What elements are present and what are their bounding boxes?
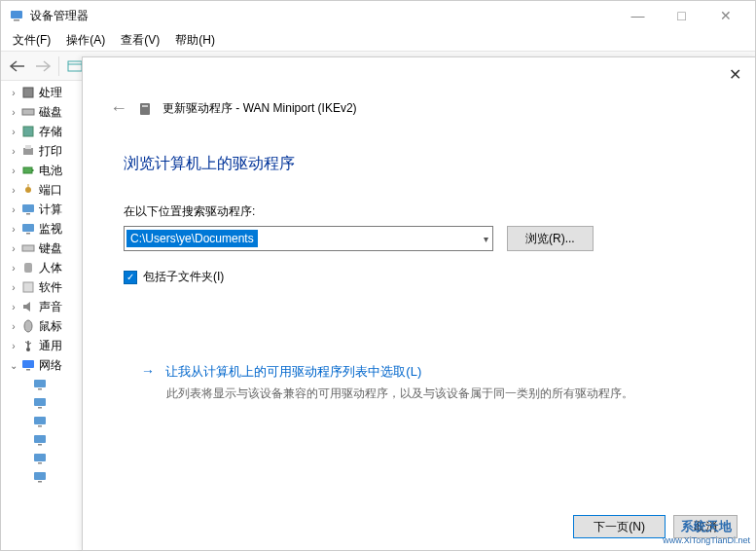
- chevron-right-icon[interactable]: ›: [7, 185, 20, 196]
- svg-rect-35: [34, 380, 46, 387]
- pick-from-list-option[interactable]: → 让我从计算机上的可用驱动程序列表中选取(L) 此列表将显示与该设备兼容的可用…: [83, 285, 755, 402]
- svg-rect-17: [23, 167, 32, 173]
- cpu-icon: [20, 85, 36, 100]
- tree-label: 磁盘: [39, 104, 62, 121]
- network-adapter-icon: [32, 377, 48, 392]
- disk-icon: [20, 104, 36, 120]
- tree-label: 端口: [39, 182, 62, 199]
- network-adapter-icon: [32, 451, 48, 466]
- svg-rect-45: [34, 472, 46, 480]
- chevron-down-icon[interactable]: ⌄: [7, 360, 20, 371]
- svg-rect-1: [14, 19, 19, 21]
- network-adapter-icon: [32, 432, 48, 448]
- port-icon: [20, 182, 36, 198]
- menu-help[interactable]: 帮助(H): [167, 30, 223, 51]
- menubar: 文件(F) 操作(A) 查看(V) 帮助(H): [1, 30, 755, 52]
- svg-rect-41: [34, 435, 46, 443]
- breadcrumb-text: 更新驱动程序 - WAN Miniport (IKEv2): [162, 100, 357, 117]
- chevron-right-icon[interactable]: ›: [7, 165, 20, 176]
- mouse-icon: [20, 318, 36, 334]
- svg-rect-40: [38, 425, 42, 427]
- printer-icon: [20, 143, 36, 159]
- menu-view[interactable]: 查看(V): [113, 30, 167, 51]
- nav-back-button[interactable]: [6, 55, 29, 78]
- chevron-right-icon[interactable]: ›: [7, 204, 20, 215]
- driver-path-combobox[interactable]: C:\Users\ye\Documents ▾: [124, 226, 493, 251]
- tree-label: 键盘: [39, 240, 62, 257]
- svg-point-19: [25, 187, 31, 193]
- network-adapter-icon: [32, 469, 48, 485]
- chevron-right-icon[interactable]: ›: [7, 107, 20, 118]
- watermark-title: 系统天地: [663, 518, 750, 535]
- network-icon: [20, 357, 36, 373]
- tree-label: 人体: [39, 260, 62, 276]
- window-title: 设备管理器: [30, 8, 616, 24]
- tree-label: 存储: [39, 124, 62, 140]
- dialog-breadcrumb: ← 更新驱动程序 - WAN Miniport (IKEv2): [83, 57, 755, 119]
- watermark-url: www.XiTongTianDi.net: [663, 535, 750, 545]
- maximize-button[interactable]: □: [660, 1, 703, 30]
- svg-rect-24: [26, 233, 30, 235]
- svg-rect-14: [23, 127, 33, 136]
- chevron-right-icon[interactable]: ›: [7, 88, 20, 98]
- svg-rect-42: [38, 444, 42, 446]
- svg-rect-34: [26, 369, 30, 371]
- network-adapter-icon: [32, 395, 48, 411]
- app-icon: [9, 8, 24, 23]
- nav-forward-button[interactable]: [31, 55, 54, 78]
- chevron-right-icon[interactable]: ›: [7, 146, 20, 157]
- watermark: 系统天地 www.XiTongTianDi.net: [663, 518, 750, 545]
- include-subfolders-checkbox[interactable]: ✓: [124, 271, 137, 284]
- chevron-right-icon[interactable]: ›: [7, 341, 20, 351]
- dialog-heading: 浏览计算机上的驱动程序: [83, 119, 755, 174]
- svg-rect-12: [23, 88, 33, 97]
- svg-rect-38: [38, 407, 42, 409]
- svg-rect-36: [38, 388, 42, 390]
- svg-rect-16: [25, 145, 31, 149]
- svg-rect-21: [22, 204, 34, 212]
- minimize-button[interactable]: —: [616, 1, 660, 30]
- svg-rect-44: [38, 462, 42, 464]
- chevron-right-icon[interactable]: ›: [7, 127, 20, 137]
- svg-rect-27: [23, 282, 33, 292]
- choice-description: 此列表将显示与该设备兼容的可用驱动程序，以及与该设备属于同一类别的所有驱动程序。: [141, 381, 697, 402]
- tree-label: 电池: [39, 163, 62, 179]
- dialog-close-button[interactable]: ✕: [729, 65, 741, 84]
- close-button[interactable]: ✕: [703, 1, 747, 30]
- tree-label: 计算: [39, 202, 62, 218]
- titlebar: 设备管理器 — □ ✕: [1, 1, 755, 30]
- tree-label: 声音: [39, 299, 62, 315]
- computer-icon: [20, 202, 36, 217]
- tree-label: 处理: [39, 85, 62, 101]
- browse-button[interactable]: 浏览(R)...: [507, 226, 594, 251]
- svg-rect-13: [22, 109, 34, 115]
- menu-action[interactable]: 操作(A): [58, 30, 113, 51]
- keyboard-icon: [20, 240, 36, 256]
- svg-rect-46: [38, 481, 42, 483]
- svg-rect-47: [140, 103, 150, 115]
- tree-label: 软件: [39, 279, 62, 296]
- chevron-right-icon[interactable]: ›: [7, 282, 20, 293]
- chevron-right-icon[interactable]: ›: [7, 243, 20, 254]
- svg-rect-48: [142, 105, 148, 107]
- svg-rect-2: [68, 61, 82, 71]
- svg-point-29: [26, 348, 30, 351]
- svg-rect-43: [34, 454, 46, 461]
- usb-icon: [20, 338, 36, 353]
- svg-rect-18: [32, 169, 34, 171]
- svg-rect-39: [34, 417, 46, 424]
- back-arrow-icon[interactable]: ←: [110, 98, 127, 119]
- chevron-right-icon[interactable]: ›: [7, 224, 20, 235]
- chevron-right-icon[interactable]: ›: [7, 302, 20, 312]
- next-button[interactable]: 下一页(N): [573, 515, 666, 538]
- chevron-right-icon[interactable]: ›: [7, 263, 20, 274]
- menu-file[interactable]: 文件(F): [5, 30, 58, 51]
- chevron-right-icon[interactable]: ›: [7, 321, 20, 332]
- monitor-icon: [20, 221, 36, 237]
- arrow-right-icon: →: [141, 363, 155, 379]
- svg-rect-15: [23, 148, 33, 155]
- dropdown-icon[interactable]: ▾: [484, 234, 488, 244]
- device-icon: [137, 101, 153, 117]
- path-value: C:\Users\ye\Documents: [126, 230, 258, 247]
- svg-rect-25: [22, 245, 34, 251]
